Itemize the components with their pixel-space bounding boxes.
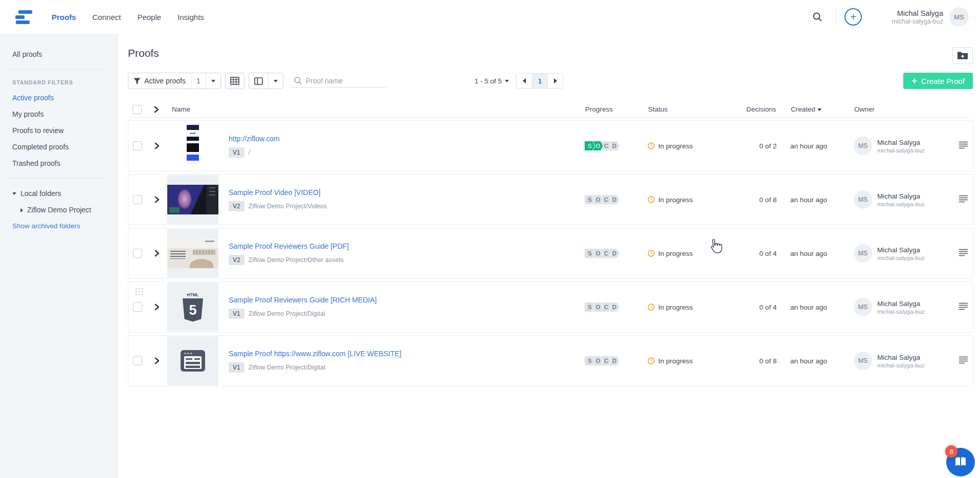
expand-chevron-icon[interactable] (147, 249, 167, 257)
sidebar-folder-ziflow-demo-project[interactable]: Ziflow Demo Project (0, 202, 117, 218)
user-avatar[interactable]: MS (949, 7, 969, 27)
in-progress-clock-icon (648, 250, 655, 257)
page-range-dropdown[interactable]: 1 - 5 of 5 (475, 77, 509, 85)
proof-folder-path[interactable]: Ziflow Demo Project/Digital (249, 364, 325, 371)
nav-item-people[interactable]: People (137, 13, 161, 21)
row-menu-icon[interactable] (956, 139, 970, 153)
owner-avatar: MS (854, 244, 872, 263)
show-archived-folders-link[interactable]: Show archived folders (0, 218, 117, 234)
quick-create-button[interactable]: + (844, 8, 862, 26)
layout-dropdown (249, 73, 283, 89)
progress-segment-s: S (585, 356, 595, 365)
nav-item-proofs[interactable]: Proofs (52, 13, 76, 21)
owner-name: Michal Salyga (877, 300, 925, 308)
column-header-created[interactable]: Created (791, 105, 854, 113)
proof-thumbnail[interactable] (167, 175, 218, 224)
in-progress-clock-icon (648, 142, 655, 149)
user-menu[interactable]: Michal Salyga michal-salyga-buz (892, 9, 943, 25)
owner-account: michal-salyga-buz (877, 309, 925, 315)
row-menu-icon[interactable] (956, 247, 970, 260)
expand-chevron-icon[interactable] (147, 357, 167, 365)
nav-item-insights[interactable]: Insights (177, 13, 204, 21)
status-text: In progress (658, 357, 693, 365)
nav-item-connect[interactable]: Connect (93, 13, 121, 21)
row-menu-icon[interactable] (956, 193, 970, 206)
sidebar-item-trashed-proofs[interactable]: Trashed proofs (0, 155, 117, 171)
progress-badges: SOCD (585, 195, 648, 204)
proof-folder-path[interactable]: Ziflow Demo Project/Digital (249, 310, 325, 317)
expand-chevron-icon[interactable] (147, 303, 167, 311)
new-folder-button[interactable] (952, 47, 973, 63)
prev-page-button[interactable] (517, 74, 532, 88)
proof-folder-path[interactable]: Ziflow Demo Project/Videos (249, 203, 327, 210)
sidebar-item-my-proofs[interactable]: My proofs (0, 106, 117, 122)
created-value: an hour ago (790, 196, 854, 204)
detailed-view-button[interactable] (225, 73, 244, 89)
owner-account: michal-salyga-buz (877, 362, 925, 368)
sidebar-item-proofs-to-review[interactable]: Proofs to review (0, 122, 117, 139)
column-header-progress: Progress (585, 105, 648, 113)
created-value: an hour ago (790, 250, 854, 257)
chevron-down-icon (274, 80, 278, 82)
drag-handle[interactable] (135, 287, 143, 296)
svg-text:HTML: HTML (187, 292, 199, 297)
filter-dropdown: Active proofs 1 (128, 73, 221, 89)
active-filter-button[interactable]: Active proofs (128, 73, 191, 89)
row-menu-icon[interactable] (956, 354, 970, 367)
status-text: In progress (658, 303, 693, 311)
created-value: an hour ago (790, 142, 854, 150)
row-menu-icon[interactable] (956, 300, 970, 314)
row-checkbox[interactable] (133, 249, 142, 258)
ziflow-logo[interactable] (15, 9, 32, 26)
column-header-decisions: Decisions (746, 105, 791, 113)
sidebar-item-active-proofs[interactable]: Active proofs (0, 90, 117, 106)
table-grid-icon (230, 77, 239, 85)
main-content: Proofs Active proofs 1 (118, 34, 980, 386)
proof-thumbnail[interactable] (167, 121, 218, 170)
topbar-divider (836, 9, 836, 25)
table-row: http://ziflow.com V1 / SOCD In progress … (128, 120, 973, 171)
sort-desc-icon (817, 108, 821, 111)
row-checkbox[interactable] (133, 141, 142, 150)
proof-name-link[interactable]: Sample Proof Reviewers Guide [RICH MEDIA… (229, 296, 376, 304)
column-header-owner: Owner (854, 105, 954, 113)
layout-button[interactable] (249, 73, 268, 89)
proof-name-link[interactable]: Sample Proof Reviewers Guide [PDF] (229, 242, 349, 250)
row-checkbox[interactable] (133, 195, 142, 204)
sidebar-item-all-proofs[interactable]: All proofs (0, 46, 117, 62)
filter-caret-button[interactable] (206, 73, 220, 89)
proof-thumbnail[interactable] (167, 336, 218, 385)
open-book-icon (953, 456, 968, 468)
proof-folder-path[interactable]: / (249, 149, 250, 156)
sidebar: All proofs STANDARD FILTERS Active proof… (0, 34, 118, 478)
version-badge: V1 (229, 309, 244, 319)
expand-all-chevron-icon[interactable] (146, 105, 167, 114)
owner-account: michal-salyga-buz (877, 201, 925, 207)
proof-search (293, 74, 387, 88)
next-page-button[interactable] (547, 74, 563, 88)
select-all-checkbox[interactable] (132, 105, 142, 114)
local-folders-toggle[interactable]: Local folders (0, 185, 117, 202)
expand-chevron-icon[interactable] (147, 142, 167, 150)
sidebar-item-completed-proofs[interactable]: Completed proofs (0, 139, 117, 155)
progress-segment-s: S (585, 195, 595, 204)
create-proof-button[interactable]: + Create Proof (903, 73, 973, 89)
proof-search-input[interactable] (306, 77, 377, 85)
toolbar: Active proofs 1 1 - 5 of 5 1 (128, 73, 973, 89)
layout-caret-button[interactable] (268, 73, 283, 89)
proof-name-link[interactable]: http://ziflow.com (229, 135, 280, 143)
proof-thumbnail[interactable] (167, 229, 218, 278)
expand-chevron-icon[interactable] (147, 195, 167, 204)
page-number-button[interactable]: 1 (532, 74, 547, 88)
proof-name-link[interactable]: Sample Proof https://www.ziflow.com [LIV… (229, 350, 402, 358)
created-value: an hour ago (790, 303, 854, 311)
row-checkbox[interactable] (133, 302, 142, 312)
search-icon[interactable] (807, 9, 828, 25)
row-checkbox[interactable] (133, 356, 142, 365)
proof-thumbnail[interactable]: HTML5 (167, 283, 218, 332)
owner-account: michal-salyga-buz (877, 255, 925, 261)
proof-name-link[interactable]: Sample Proof Video [VIDEO] (229, 188, 321, 197)
proof-folder-path[interactable]: Ziflow Demo Project/Other assets (249, 256, 344, 264)
owner-name: Michal Salyga (877, 139, 925, 146)
filter-count-badge[interactable]: 1 (191, 73, 206, 89)
